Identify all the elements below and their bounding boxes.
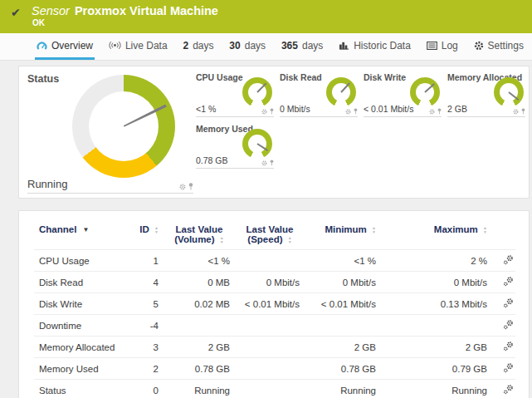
cell-channel: Memory Used bbox=[34, 358, 127, 380]
mini-gauge bbox=[326, 77, 356, 107]
gauge-settings-icons[interactable] bbox=[261, 160, 274, 166]
channel-settings-cell[interactable] bbox=[492, 293, 515, 315]
channel-table: Channel ▼ID ▲▼Last Value(Volume) ▲▼Last … bbox=[34, 221, 515, 398]
status-gauge-footer: Running bbox=[27, 178, 193, 194]
channel-settings-cell[interactable] bbox=[492, 315, 515, 337]
column-header-minimum[interactable]: Minimum ▲▼ bbox=[305, 221, 381, 250]
channel-table-header-row: Channel ▼ID ▲▼Last Value(Volume) ▲▼Last … bbox=[34, 221, 515, 250]
mini-gauge-tile: Memory Allocated2 GB bbox=[447, 70, 525, 117]
cell-speed bbox=[235, 337, 305, 358]
column-header-actions bbox=[492, 221, 515, 250]
tab-log[interactable]: Log bbox=[425, 33, 460, 60]
gauge-settings-icons[interactable] bbox=[345, 108, 358, 115]
channel-settings-icon[interactable] bbox=[503, 297, 514, 308]
sensor-header: ✔ SensorProxmox Virtual Machine OK bbox=[0, 0, 532, 33]
table-row[interactable]: Downtime-4 bbox=[34, 315, 515, 337]
gauge-settings-icons[interactable] bbox=[429, 108, 442, 115]
table-row[interactable]: Disk Read40 MB0 Mbit/s0 Mbit/s0 Mbit/s bbox=[34, 272, 515, 293]
channel-settings-icon[interactable] bbox=[503, 276, 514, 287]
mini-gauge-tile: Memory Used0.78 GB bbox=[196, 121, 274, 169]
column-header-last-value[interactable]: Last Value(Speed) ▲▼ bbox=[235, 221, 305, 250]
sensor-status-text: OK bbox=[10, 18, 524, 27]
cell-max: Running bbox=[381, 380, 492, 398]
cell-volume: Running bbox=[164, 380, 235, 398]
cell-channel: CPU Usage bbox=[34, 250, 127, 272]
tab-label: days bbox=[302, 40, 323, 52]
channel-settings-icon[interactable] bbox=[503, 319, 514, 330]
mini-gauge-tile: Disk Write< 0.01 Mbit/s bbox=[364, 70, 442, 117]
cell-max: 0 Mbit/s bbox=[381, 272, 492, 293]
cell-min: 2 GB bbox=[305, 337, 381, 358]
cell-speed: 0 Mbit/s bbox=[235, 272, 305, 293]
cell-id: 5 bbox=[127, 293, 164, 315]
column-header-id[interactable]: ID ▲▼ bbox=[127, 221, 164, 250]
table-row[interactable]: CPU Usage1<1 %<1 %2 % bbox=[34, 250, 515, 272]
channel-settings-cell[interactable] bbox=[492, 380, 515, 398]
tab-30-days[interactable]: 30 days bbox=[227, 33, 267, 60]
status-gauge-title: Status bbox=[27, 73, 59, 85]
cell-volume: <1 % bbox=[164, 250, 235, 272]
channel-settings-icon[interactable] bbox=[503, 384, 514, 395]
tab-bar: Overview Live Data 2 days 30 days 365 da… bbox=[0, 33, 532, 61]
cell-id: 1 bbox=[127, 250, 164, 272]
column-header-last-value[interactable]: Last Value(Volume) ▲▼ bbox=[164, 221, 235, 250]
cell-channel: Memory Allocated bbox=[34, 337, 127, 358]
channel-settings-cell[interactable] bbox=[492, 272, 515, 293]
tab-label: Live Data bbox=[125, 40, 168, 52]
channel-settings-cell[interactable] bbox=[492, 337, 515, 358]
channel-settings-icon[interactable] bbox=[503, 362, 514, 373]
pin-icon[interactable] bbox=[354, 108, 358, 115]
pin-icon[interactable] bbox=[521, 108, 525, 115]
table-row[interactable]: Memory Used20.78 GB0.78 GB0.79 GB bbox=[34, 358, 515, 380]
sort-arrows-icon: ▲▼ bbox=[483, 226, 487, 233]
gauge-settings-icons[interactable] bbox=[513, 108, 525, 115]
tab-live-data[interactable]: Live Data bbox=[107, 33, 169, 60]
gauge-settings-icons[interactable] bbox=[261, 108, 274, 115]
pin-icon[interactable] bbox=[437, 108, 442, 115]
gear-icon[interactable] bbox=[513, 109, 519, 115]
pin-icon[interactable] bbox=[188, 183, 193, 190]
channel-settings-icon[interactable] bbox=[503, 254, 514, 265]
cell-speed bbox=[235, 358, 305, 380]
cell-max bbox=[381, 315, 492, 337]
cell-speed bbox=[235, 250, 305, 272]
cell-volume: 0.78 GB bbox=[164, 358, 235, 380]
tab-overview[interactable]: Overview bbox=[35, 33, 95, 60]
cell-min: 0 Mbit/s bbox=[305, 272, 381, 293]
gauge-settings-icons[interactable] bbox=[179, 183, 193, 190]
tab-2-days[interactable]: 2 days bbox=[181, 33, 215, 60]
pin-icon[interactable] bbox=[270, 108, 274, 115]
column-header-channel[interactable]: Channel ▼ bbox=[34, 221, 127, 250]
cell-id: 4 bbox=[127, 272, 164, 293]
sort-arrows-icon: ▲▼ bbox=[220, 236, 224, 243]
mini-gauge-tiles: CPU Usage<1 %Disk Read0 Mbit/sDisk Write… bbox=[196, 70, 531, 173]
tab-label: days bbox=[245, 40, 266, 52]
column-header-maximum[interactable]: Maximum ▲▼ bbox=[381, 221, 492, 250]
table-row[interactable]: Disk Write50.02 MB< 0.01 Mbit/s< 0.01 Mb… bbox=[34, 293, 515, 315]
pin-icon[interactable] bbox=[270, 160, 274, 166]
tab-365-days[interactable]: 365 days bbox=[280, 33, 325, 60]
cell-channel: Disk Read bbox=[34, 272, 127, 293]
cell-speed: < 0.01 Mbit/s bbox=[235, 293, 305, 315]
table-row[interactable]: Status0RunningRunningRunning bbox=[34, 380, 515, 398]
gear-icon[interactable] bbox=[261, 109, 267, 115]
gear-icon[interactable] bbox=[179, 184, 186, 190]
cell-min: <1 % bbox=[305, 250, 381, 272]
cell-channel: Disk Write bbox=[34, 293, 127, 315]
table-row[interactable]: Memory Allocated32 GB2 GB2 GB bbox=[34, 337, 515, 358]
channel-settings-cell[interactable] bbox=[492, 250, 515, 272]
live-icon bbox=[109, 41, 121, 50]
bar-chart-icon bbox=[339, 41, 349, 50]
channel-settings-icon[interactable] bbox=[503, 341, 514, 351]
gear-icon[interactable] bbox=[429, 109, 435, 115]
tab-historic-data[interactable]: Historic Data bbox=[337, 33, 412, 60]
gear-icon[interactable] bbox=[261, 160, 267, 166]
channel-settings-cell[interactable] bbox=[492, 358, 515, 380]
mini-gauge-tile: CPU Usage<1 % bbox=[196, 70, 274, 117]
tab-settings[interactable]: Settings bbox=[472, 33, 525, 60]
gear-icon[interactable] bbox=[345, 109, 351, 115]
cell-channel: Status bbox=[34, 380, 127, 398]
mini-gauge-value: 2 GB bbox=[447, 104, 467, 114]
sensor-title: Proxmox Virtual Machine bbox=[75, 4, 218, 17]
cell-id: 2 bbox=[127, 358, 164, 380]
